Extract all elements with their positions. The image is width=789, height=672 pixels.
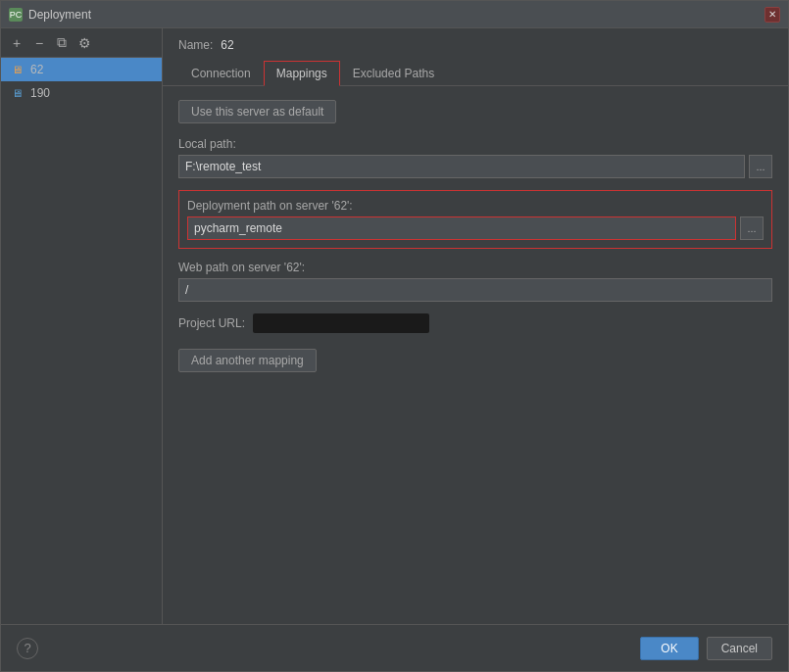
copy-server-button[interactable]: ⧉ — [52, 33, 72, 53]
local-path-input[interactable] — [178, 155, 745, 178]
server-list: 🖥 62 🖥 190 — [1, 58, 162, 624]
name-row: Name: 62 — [163, 28, 788, 60]
settings-button[interactable]: ⚙ — [74, 33, 94, 53]
add-server-button[interactable]: + — [7, 33, 26, 53]
server-icon-blue: 🖥 — [9, 85, 25, 101]
deployment-dialog: PC Deployment ✕ + − ⧉ ⚙ 🖥 62 🖥 190 — [0, 0, 789, 672]
deployment-path-row: ... — [187, 216, 764, 240]
close-button[interactable]: ✕ — [764, 7, 780, 23]
local-path-row: ... — [178, 155, 772, 178]
local-path-section: Local path: ... — [178, 137, 772, 178]
tabs-row: Connection Mappings Excluded Paths — [163, 60, 788, 86]
name-label: Name: — [178, 38, 213, 52]
web-path-input[interactable] — [178, 278, 772, 302]
use-as-default-button[interactable]: Use this server as default — [178, 100, 336, 123]
project-url-label: Project URL: — [178, 316, 245, 330]
remove-server-button[interactable]: − — [29, 33, 49, 53]
sidebar-item-190[interactable]: 🖥 190 — [1, 81, 162, 105]
titlebar-left: PC Deployment — [9, 8, 91, 22]
default-btn-row: Use this server as default — [178, 100, 772, 123]
local-path-browse-button[interactable]: ... — [749, 155, 772, 178]
tab-mappings[interactable]: Mappings — [264, 61, 340, 86]
help-button[interactable]: ? — [17, 638, 38, 659]
local-path-label: Local path: — [178, 137, 772, 151]
sidebar-item-label-190: 190 — [30, 86, 50, 100]
app-icon: PC — [9, 8, 23, 22]
web-path-row — [178, 278, 772, 302]
sidebar-toolbar: + − ⧉ ⚙ — [1, 28, 162, 58]
bottom-bar: ? OK Cancel — [1, 624, 788, 671]
sidebar: + − ⧉ ⚙ 🖥 62 🖥 190 — [1, 28, 163, 624]
web-path-section: Web path on server '62': — [178, 261, 772, 302]
deployment-path-label: Deployment path on server '62': — [187, 199, 764, 213]
deployment-path-input[interactable] — [187, 216, 736, 240]
add-mapping-row: Add another mapping — [178, 349, 772, 372]
ok-button[interactable]: OK — [640, 637, 698, 660]
web-path-label: Web path on server '62': — [178, 261, 772, 274]
server-icon-orange: 🖥 — [9, 62, 25, 77]
name-value: 62 — [221, 38, 233, 52]
project-url-section: Project URL: — [178, 313, 772, 333]
tab-content-mappings: Use this server as default Local path: .… — [163, 86, 788, 624]
add-mapping-button[interactable]: Add another mapping — [178, 349, 317, 372]
window-title: Deployment — [28, 8, 91, 22]
titlebar: PC Deployment ✕ — [1, 1, 788, 28]
sidebar-item-label-62: 62 — [30, 63, 43, 76]
tab-connection[interactable]: Connection — [178, 61, 264, 86]
cancel-button[interactable]: Cancel — [707, 637, 772, 660]
tab-excluded-paths[interactable]: Excluded Paths — [340, 61, 447, 86]
dialog-buttons: OK Cancel — [640, 637, 772, 660]
sidebar-item-62[interactable]: 🖥 62 — [1, 58, 162, 81]
deployment-path-browse-button[interactable]: ... — [740, 216, 764, 240]
main-content: + − ⧉ ⚙ 🖥 62 🖥 190 Name: 62 — [1, 28, 788, 624]
project-url-redacted — [253, 313, 429, 333]
deployment-path-section: Deployment path on server '62': ... — [178, 190, 772, 249]
content-panel: Name: 62 Connection Mappings Excluded Pa… — [163, 28, 788, 624]
